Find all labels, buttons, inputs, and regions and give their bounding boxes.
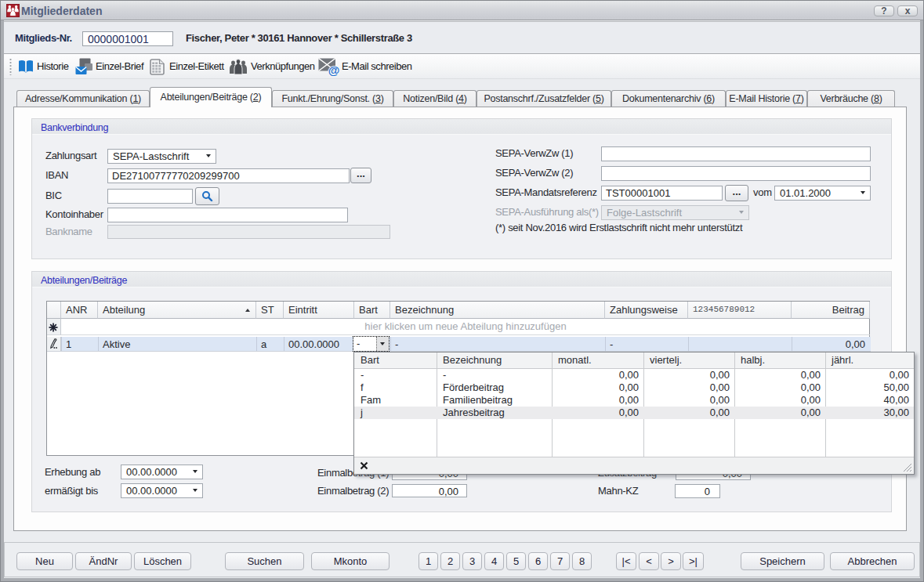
svg-text:@: @	[328, 63, 340, 77]
